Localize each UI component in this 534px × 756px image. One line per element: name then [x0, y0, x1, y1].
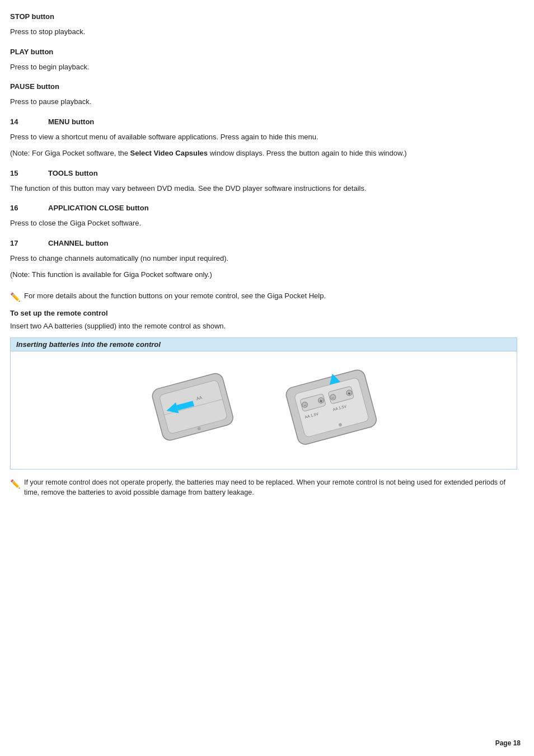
remote-right-image: − + − + AA 1.5V AA 1.5V	[275, 363, 387, 458]
channel-button-label: CHANNEL button	[48, 239, 108, 247]
channel-button-section: 17 CHANNEL button Press to change channe…	[10, 239, 517, 280]
stop-button-heading: STOP button	[10, 12, 517, 21]
appclose-button-heading: 16 APPLICATION CLOSE button	[10, 204, 517, 212]
menu-button-text: Press to view a shortcut menu of availab…	[10, 132, 517, 143]
bottom-note-row: ✏️ If your remote control does not opera…	[10, 477, 517, 499]
play-button-heading: PLAY button	[10, 48, 517, 56]
tools-button-text: The function of this button may vary bet…	[10, 183, 517, 194]
remote-left-image: AA	[140, 363, 252, 458]
tools-button-heading: 15 TOOLS button	[10, 169, 517, 177]
menu-button-label: MENU button	[48, 118, 94, 126]
channel-button-heading: 17 CHANNEL button	[10, 239, 517, 247]
bottom-note-text: If your remote control does not operate …	[24, 477, 517, 499]
menu-button-heading: 14 MENU button	[10, 118, 517, 126]
menu-button-section: 14 MENU button Press to view a shortcut …	[10, 118, 517, 159]
setup-heading: To set up the remote control	[10, 309, 517, 317]
remote-left-svg: AA	[140, 363, 252, 458]
tools-button-section: 15 TOOLS button The function of this but…	[10, 169, 517, 194]
battery-image-box: Inserting batteries into the remote cont…	[10, 337, 517, 469]
tip1-icon: ✏️	[10, 291, 21, 304]
appclose-button-label: APPLICATION CLOSE button	[48, 204, 149, 212]
remote-right-svg: − + − + AA 1.5V AA 1.5V	[275, 363, 398, 458]
play-button-text: Press to begin playback.	[10, 62, 517, 73]
tools-button-label: TOOLS button	[48, 169, 98, 177]
tools-button-num: 15	[10, 169, 48, 177]
appclose-button-num: 16	[10, 204, 48, 212]
pause-button-heading: PAUSE button	[10, 82, 517, 91]
stop-button-text: Press to stop playback.	[10, 26, 517, 37]
tip1-row: ✏️ For more details about the function b…	[10, 290, 517, 304]
page-footer: Page 18	[495, 739, 521, 747]
stop-button-section: STOP button Press to stop playback.	[10, 12, 517, 37]
bottom-note-icon: ✏️	[10, 478, 21, 491]
play-button-section: PLAY button Press to begin playback.	[10, 48, 517, 73]
appclose-button-text: Press to close the Giga Pocket software.	[10, 218, 517, 229]
pause-button-text: Press to pause playback.	[10, 96, 517, 107]
pause-button-section: PAUSE button Press to pause playback.	[10, 82, 517, 107]
channel-button-num: 17	[10, 239, 48, 247]
appclose-button-section: 16 APPLICATION CLOSE button Press to clo…	[10, 204, 517, 229]
channel-button-text: Press to change channels automatically (…	[10, 253, 517, 264]
image-box-title: Inserting batteries into the remote cont…	[11, 338, 517, 351]
tip1-text: For more details about the function butt…	[24, 290, 326, 302]
menu-button-note: (Note: For Giga Pocket software, the Sel…	[10, 148, 517, 159]
menu-button-num: 14	[10, 118, 48, 126]
setup-text: Insert two AA batteries (supplied) into …	[10, 321, 517, 332]
channel-button-note: (Note: This function is available for Gi…	[10, 269, 517, 280]
menu-note-bold: Select Video Capsules	[130, 149, 208, 157]
image-box-content: AA − +	[11, 351, 517, 469]
